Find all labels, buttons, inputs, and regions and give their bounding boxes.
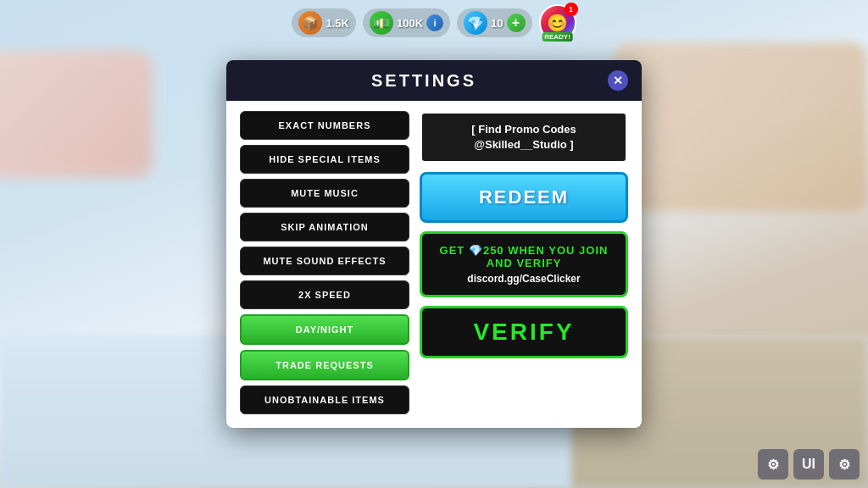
discord-box: GET 💎250 WHEN YOU JOIN AND VERIFY discor…: [420, 231, 628, 297]
promo-line1: [ Find Promo Codes: [431, 122, 617, 137]
exact-numbers-button[interactable]: EXACT NUMBERS: [240, 111, 409, 140]
unobtainable-items-button[interactable]: UNOBTAINABLE ITEMS: [240, 385, 409, 414]
redeem-button[interactable]: REDEEM: [420, 172, 628, 223]
discord-link: discord.gg/CaseClicker: [432, 273, 615, 285]
2x-speed-button[interactable]: 2X SPEED: [240, 280, 409, 309]
settings-right-column: [ Find Promo Codes @Skilled__Studio ] RE…: [420, 111, 628, 414]
discord-title: GET 💎250 WHEN YOU JOIN AND VERIFY: [432, 244, 615, 269]
modal-title: SETTINGS: [240, 71, 608, 91]
close-button[interactable]: ✕: [608, 70, 628, 91]
mute-music-button[interactable]: MUTE MUSIC: [240, 179, 409, 208]
mute-sound-effects-button[interactable]: MUTE SOUND EFFECTS: [240, 247, 409, 275]
hide-special-items-button[interactable]: HIDE SPECIAL ITEMS: [240, 145, 409, 174]
settings-modal: SETTINGS ✕ EXACT NUMBERS HIDE SPECIAL IT…: [226, 60, 642, 428]
promo-box: [ Find Promo Codes @Skilled__Studio ]: [420, 111, 628, 164]
trade-requests-button[interactable]: TRADE REQUESTS: [240, 350, 409, 380]
modal-header: SETTINGS ✕: [226, 60, 642, 101]
settings-buttons-column: EXACT NUMBERS HIDE SPECIAL ITEMS MUTE MU…: [240, 111, 409, 414]
modal-overlay: SETTINGS ✕ EXACT NUMBERS HIDE SPECIAL IT…: [0, 0, 868, 488]
promo-line2: @Skilled__Studio ]: [431, 137, 617, 152]
modal-body: EXACT NUMBERS HIDE SPECIAL ITEMS MUTE MU…: [226, 101, 642, 414]
day-night-button[interactable]: DAY/NIGHT: [240, 314, 409, 345]
verify-button[interactable]: VERIFY: [420, 306, 628, 358]
skip-animation-button[interactable]: SKIP ANIMATION: [240, 213, 409, 241]
